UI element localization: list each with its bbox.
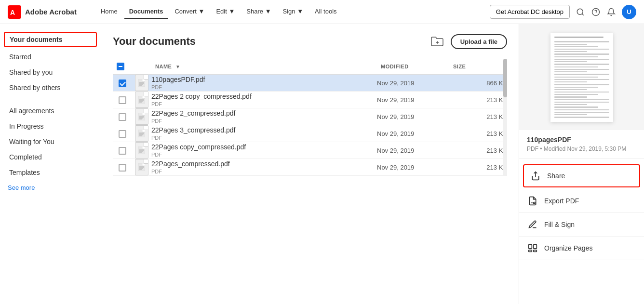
table-row[interactable]: 22Pages_compressed.pdf PDF Nov 29, 2019 … [113,159,507,176]
sidebar-item-starred[interactable]: Starred [0,49,101,65]
table-row[interactable]: 22Pages copy_compressed.pdf PDF Nov 29, … [113,142,507,159]
file-name-5: 22Pages_compressed.pdf [151,160,377,168]
table-row[interactable]: 22Pages 2 copy_compressed.pdf PDF Nov 29… [113,92,507,108]
file-modified-5: Nov 29, 2019 [377,159,449,176]
row-checkbox-4[interactable] [119,147,126,155]
svg-rect-20 [142,113,145,115]
file-modified-1: Nov 29, 2019 [377,92,449,108]
svg-rect-47 [529,250,532,251]
organize-pages-label: Organize Pages [544,244,592,252]
upload-file-button[interactable]: Upload a file [451,34,507,49]
sidebar-item-templates[interactable]: Templates [0,165,101,180]
sidebar-item-shared-by-you[interactable]: Shared by you [0,65,101,80]
file-icon-3 [135,125,148,142]
svg-rect-45 [529,245,532,249]
row-checkbox-0[interactable] [119,79,126,87]
file-type-2: PDF [151,118,377,124]
file-type-1: PDF [151,101,377,107]
sidebar-item-completed[interactable]: Completed [0,149,101,165]
scrollbar-track[interactable] [503,59,507,176]
svg-point-1 [577,9,583,14]
row-checkbox-5[interactable] [119,164,126,172]
search-icon[interactable] [576,7,585,17]
main-nav: Home Documents Convert ▼ Edit ▼ Share ▼ … [96,5,478,19]
file-info: 110pagesPDF PDF • Modified Nov 29, 2019,… [519,130,644,159]
sidebar-see-more[interactable]: See more [0,180,101,195]
table-row[interactable]: 22Pages 2_compressed.pdf PDF Nov 29, 201… [113,108,507,125]
file-preview-doc [550,33,613,122]
share-label: Share [547,172,565,180]
column-name-header[interactable]: NAME ▼ [151,59,377,75]
sidebar-item-shared-by-others[interactable]: Shared by others [0,80,101,95]
file-size-4: 213 KB [449,142,507,159]
file-type-0: PDF [151,84,377,90]
file-type-5: PDF [151,169,377,174]
nav-convert[interactable]: Convert ▼ [170,5,209,19]
sidebar-item-your-documents[interactable]: Your documents [4,32,97,47]
file-type-4: PDF [151,152,377,158]
logo-text: Adobe Acrobat [25,8,77,16]
table-row[interactable]: 110pagesPDF.pdf PDF Nov 29, 2019 866 KB [113,75,507,92]
nav-edit[interactable]: Edit ▼ [211,5,240,19]
svg-rect-46 [534,245,537,249]
svg-text:A: A [10,9,15,16]
file-size-0: 866 KB [449,75,507,92]
svg-rect-38 [142,163,145,166]
file-name-2: 22Pages 2_compressed.pdf [151,109,377,117]
sidebar-item-all-agreements[interactable]: All agreements [0,103,101,119]
share-icon [530,170,541,182]
main-layout: Your documents Starred Shared by you Sha… [0,24,644,304]
top-nav: A Adobe Acrobat Home Documents Convert ▼… [0,0,644,24]
help-icon[interactable] [591,7,601,17]
file-size-2: 213 KB [449,108,507,125]
file-icon-0 [135,75,148,91]
content-header: Your documents Upload a file [113,34,507,49]
user-avatar[interactable]: U [622,5,636,19]
logo-area[interactable]: A Adobe Acrobat [8,5,77,19]
page-title: Your documents [113,35,196,48]
nav-right: Get Acrobat DC desktop U [490,5,636,19]
table-row[interactable]: 22Pages 3_compressed.pdf PDF Nov 29, 201… [113,125,507,142]
fill-sign-icon [527,219,538,230]
folder-icon[interactable] [429,34,445,49]
file-type-3: PDF [151,135,377,141]
nav-sign[interactable]: Sign ▼ [278,5,309,19]
get-acrobat-button[interactable]: Get Acrobat DC desktop [490,5,570,19]
nav-documents[interactable]: Documents [124,5,168,19]
column-modified-header[interactable]: MODIFIED [377,59,449,75]
select-all-header[interactable] [113,59,132,75]
row-checkbox-1[interactable] [119,96,126,104]
panel-action-fill-sign[interactable]: Fill & Sign [519,213,644,237]
panel-action-share[interactable]: Share [523,164,640,187]
row-checkbox-2[interactable] [119,113,126,121]
right-panel: 110pagesPDF PDF • Modified Nov 29, 2019,… [519,24,644,304]
column-size-header[interactable]: SIZE [449,59,507,75]
bell-icon[interactable] [606,7,616,17]
panel-action-organize-pages[interactable]: Organize Pages [519,237,644,260]
file-name-3: 22Pages 3_compressed.pdf [151,126,377,134]
file-icon-4 [135,142,148,159]
header-actions: Upload a file [429,34,507,49]
document-table: NAME ▼ MODIFIED SIZE [113,59,507,176]
nav-share[interactable]: Share ▼ [242,5,276,19]
file-size-5: 213 KB [449,159,507,176]
nav-home[interactable]: Home [96,5,122,19]
svg-rect-48 [534,250,537,251]
select-all-checkbox[interactable] [117,63,124,70]
selected-file-meta: PDF • Modified Nov 29, 2019, 5:30 PM [527,145,636,152]
nav-all-tools[interactable]: All tools [310,5,342,19]
svg-point-44 [534,202,535,204]
file-modified-0: Nov 29, 2019 [377,75,449,92]
file-name-0: 110pagesPDF.pdf [151,76,377,83]
scrollbar-thumb[interactable] [503,59,507,97]
svg-rect-14 [142,96,145,98]
file-modified-3: Nov 29, 2019 [377,125,449,142]
sidebar-item-waiting-for-you[interactable]: Waiting for You [0,134,101,149]
fill-sign-label: Fill & Sign [544,221,575,228]
organize-pages-icon [527,242,538,254]
row-checkbox-3[interactable] [119,130,126,138]
sidebar-item-in-progress[interactable]: In Progress [0,119,101,134]
panel-action-export-pdf[interactable]: Export PDF [519,189,644,213]
svg-rect-8 [142,79,145,81]
file-icon-2 [135,108,148,125]
